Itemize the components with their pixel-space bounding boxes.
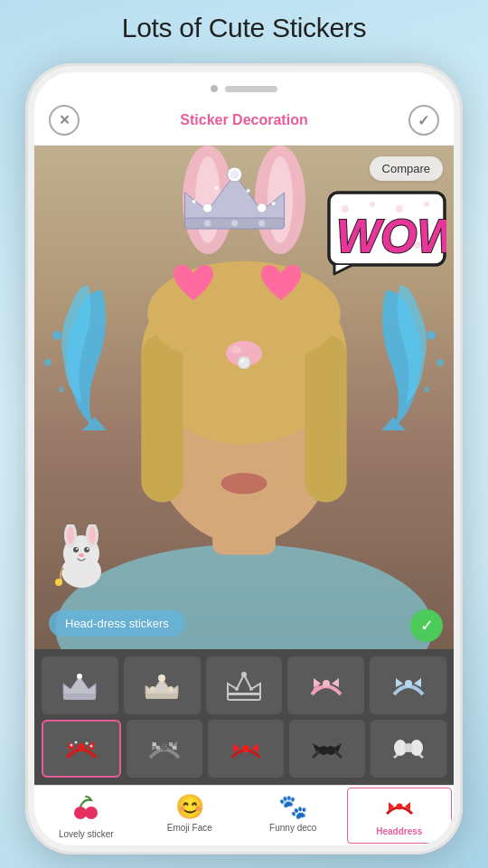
svg-point-41 <box>59 387 64 392</box>
svg-point-19 <box>272 202 276 205</box>
headdress-category-label: Head-dress stickers <box>49 610 185 637</box>
tab-funny-label: Funny deco <box>269 823 316 833</box>
svg-point-74 <box>161 743 168 750</box>
svg-rect-76 <box>156 746 160 750</box>
headdress-tab-icon <box>385 796 414 825</box>
svg-point-72 <box>86 742 89 745</box>
emoji-face-icon: 😊 <box>175 793 204 821</box>
tab-headdress-label: Headdress <box>376 826 422 836</box>
svg-point-86 <box>85 807 98 819</box>
tab-funny-deco[interactable]: 🐾 Funny deco <box>241 786 345 845</box>
lovely-sticker-icon <box>71 793 100 827</box>
sticker-splash-left <box>34 272 111 439</box>
tab-lovely-sticker[interactable]: Lovely sticker <box>34 786 138 845</box>
apply-button[interactable]: ✓ <box>410 609 443 642</box>
compare-button[interactable]: Compare <box>370 156 443 181</box>
svg-point-66 <box>249 687 253 691</box>
sticker-hearts <box>170 259 305 306</box>
svg-point-59 <box>150 686 155 692</box>
svg-point-21 <box>204 220 211 227</box>
svg-point-60 <box>158 675 165 682</box>
sticker-thumb-crown3[interactable] <box>206 656 283 714</box>
svg-point-43 <box>436 359 444 366</box>
sticker-grid <box>34 649 454 785</box>
photo-area: WOW <box>34 146 454 649</box>
svg-point-85 <box>74 807 87 819</box>
header-bar: ✕ Sticker Decoration ✓ <box>34 96 454 146</box>
svg-point-50 <box>89 526 96 544</box>
tab-bar: Lovely sticker 😊 Emoji Face 🐾 Funny deco <box>34 785 454 845</box>
svg-point-56 <box>55 579 62 586</box>
svg-point-23 <box>258 220 266 227</box>
svg-rect-5 <box>305 335 346 503</box>
svg-point-39 <box>52 331 61 340</box>
sticker-wow: WOW <box>327 191 446 277</box>
tab-headdress[interactable]: Headdress <box>347 788 453 844</box>
speaker-bar <box>225 86 277 92</box>
svg-point-40 <box>44 359 52 366</box>
sticker-thumb-crown1[interactable] <box>42 656 118 714</box>
svg-point-70 <box>70 744 73 747</box>
svg-point-51 <box>73 547 79 552</box>
svg-rect-78 <box>173 746 176 750</box>
close-icon: ✕ <box>59 112 70 128</box>
confirm-button[interactable]: ✓ <box>408 105 439 136</box>
svg-point-15 <box>258 203 267 212</box>
svg-point-58 <box>77 674 82 679</box>
svg-point-55 <box>79 553 84 557</box>
app-content: ✕ Sticker Decoration ✓ <box>34 96 454 845</box>
header-title: Sticker Decoration <box>180 112 307 128</box>
phone-inner: ✕ Sticker Decoration ✓ <box>34 72 454 845</box>
svg-point-42 <box>427 331 436 340</box>
svg-point-71 <box>75 741 78 744</box>
svg-point-13 <box>230 170 239 179</box>
svg-text:WOW: WOW <box>336 210 446 262</box>
svg-point-69 <box>78 743 85 750</box>
svg-point-27 <box>370 202 375 207</box>
sticker-crown <box>176 156 294 238</box>
sticker-thumb-red-polka[interactable] <box>42 720 121 778</box>
sticker-thumb-black-ears[interactable] <box>289 720 365 778</box>
phone-speaker-area <box>34 72 454 96</box>
close-button[interactable]: ✕ <box>49 105 80 136</box>
svg-point-87 <box>396 804 402 810</box>
svg-rect-77 <box>169 742 173 746</box>
sticker-splash-right <box>377 272 454 439</box>
sticker-row-1 <box>42 656 446 714</box>
svg-rect-75 <box>153 742 156 746</box>
sticker-thumb-red-simple[interactable] <box>208 720 284 778</box>
svg-point-84 <box>404 743 413 752</box>
page-heading: Lots of Cute Stickers <box>122 13 366 42</box>
svg-point-65 <box>235 687 239 691</box>
tab-lovely-label: Lovely sticker <box>59 829 114 840</box>
svg-point-37 <box>238 356 250 369</box>
svg-point-52 <box>84 547 89 552</box>
svg-point-67 <box>323 680 330 687</box>
svg-rect-62 <box>145 693 178 699</box>
tab-emoji-face[interactable]: 😊 Emoji Face <box>138 786 242 845</box>
sticker-thumb-pink-bow[interactable] <box>287 656 364 714</box>
svg-point-18 <box>247 189 250 193</box>
svg-point-17 <box>215 186 219 190</box>
svg-rect-57 <box>63 693 96 700</box>
svg-point-29 <box>424 202 429 207</box>
sticker-thumb-checker-bow[interactable] <box>127 720 202 778</box>
apply-check-icon: ✓ <box>420 616 434 636</box>
sticker-thumb-blue-bow[interactable] <box>370 656 446 714</box>
svg-point-16 <box>192 200 196 203</box>
svg-point-7 <box>221 473 267 494</box>
svg-point-68 <box>405 680 412 687</box>
svg-rect-4 <box>141 335 183 503</box>
svg-point-48 <box>67 526 74 544</box>
funny-deco-icon: 🐾 <box>278 793 307 821</box>
sticker-thumb-white-bow[interactable] <box>371 720 446 778</box>
sticker-thumb-crown2[interactable] <box>124 656 201 714</box>
sticker-row-2 <box>42 720 446 778</box>
svg-point-36 <box>230 346 241 354</box>
svg-point-64 <box>241 672 247 677</box>
phone-frame: ✕ Sticker Decoration ✓ <box>25 63 463 854</box>
svg-point-14 <box>203 203 212 212</box>
svg-point-54 <box>87 548 89 550</box>
svg-point-61 <box>168 686 174 692</box>
svg-point-79 <box>242 745 249 752</box>
